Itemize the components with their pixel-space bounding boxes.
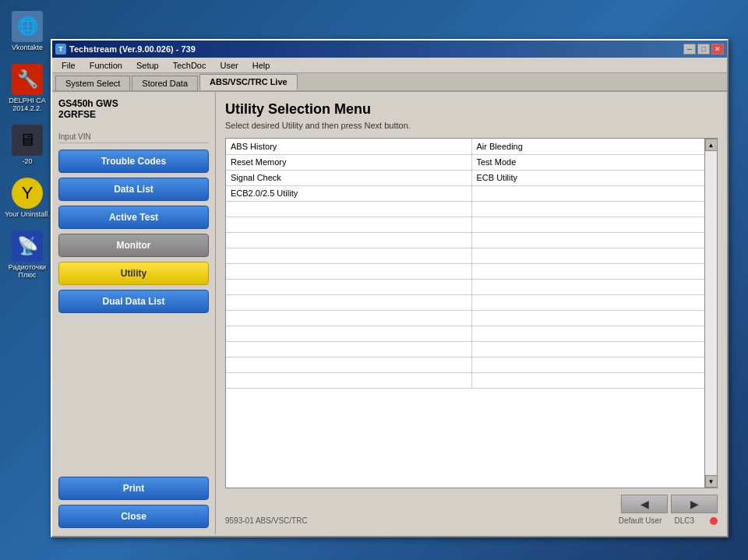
table-cell-col2 (471, 248, 717, 263)
table-cell-col2: Air Bleeding (471, 139, 717, 154)
tab-abs-vsc-trc-live[interactable]: ABS/VSC/TRC Live (199, 74, 298, 90)
table-cell-col2 (471, 357, 717, 372)
table-row[interactable] (226, 248, 717, 263)
nav-back-button[interactable]: ◀ (621, 495, 668, 513)
desktop: 🌐 Vkontakte 🔧 DELPHI CA 2014.2.2. 🖥 -20 … (0, 0, 748, 560)
desktop-icons: 🌐 Vkontakte 🔧 DELPHI CA 2014.2.2. 🖥 -20 … (0, 0, 55, 560)
table-cell-col1: ECB2.0/2.5 Utility (226, 185, 471, 201)
table-row[interactable] (226, 232, 717, 248)
table-row[interactable]: ECB2.0/2.5 Utility (226, 185, 717, 201)
menu-function[interactable]: Function (83, 59, 129, 72)
window-title: Techstream (Ver.9.00.026) - 739 (69, 44, 196, 54)
content-area: GS450h GWS 2GRFSE Input VIN Trouble Code… (52, 92, 727, 534)
scrollbar-up-button[interactable]: ▲ (705, 139, 718, 151)
vkontakte-icon[interactable]: 🌐 Vkontakte (9, 8, 46, 55)
title-bar-left: T Techstream (Ver.9.00.026) - 739 (55, 44, 196, 55)
table-cell-col2 (471, 201, 717, 217)
table-cell-col1 (226, 310, 471, 326)
data-list-button[interactable]: Data List (58, 178, 209, 201)
table-cell-col1 (226, 341, 471, 357)
status-right: DLC3 (674, 516, 694, 525)
table-cell-col2 (471, 310, 717, 326)
table-cell-col2 (471, 232, 717, 248)
nav-forward-button[interactable]: ▶ (671, 495, 718, 513)
title-bar-controls: ─ □ ✕ (683, 44, 724, 55)
app-window: T Techstream (Ver.9.00.026) - 739 ─ □ ✕ … (51, 39, 729, 537)
sidebar-close-button[interactable]: Close (58, 505, 209, 528)
utility-title: Utility Selection Menu (225, 101, 718, 118)
table-row[interactable] (226, 263, 717, 279)
table-cell-col2 (471, 326, 717, 341)
table-row[interactable] (226, 294, 717, 310)
table-cell-col1 (226, 217, 471, 232)
table-row[interactable] (226, 357, 717, 372)
table-row[interactable] (226, 279, 717, 294)
scrollbar-track[interactable] (705, 151, 717, 475)
table-row[interactable] (226, 326, 717, 341)
table-cell-col1 (226, 294, 471, 310)
table-cell-col1: ABS History (226, 139, 471, 154)
window-close-button[interactable]: ✕ (711, 44, 724, 55)
radio-icon[interactable]: 📡 Радиоточки Плюс (1, 227, 54, 282)
table-row[interactable]: ABS HistoryAir Bleeding (226, 139, 717, 154)
table-row[interactable]: Signal CheckECB Utility (226, 170, 717, 185)
table-scrollbar: ▲ ▼ (704, 139, 717, 488)
table-row[interactable] (226, 341, 717, 357)
utility-table: ABS HistoryAir BleedingReset MemoryTest … (226, 139, 717, 389)
menu-user[interactable]: User (213, 59, 244, 72)
menu-bar: File Function Setup TechDoc User Help (52, 58, 727, 73)
app-icon: T (55, 44, 66, 55)
monitor-label: -20 (22, 157, 32, 165)
sidebar-spacer (58, 318, 209, 472)
active-test-button[interactable]: Active Test (58, 206, 209, 229)
dual-data-list-button[interactable]: Dual Data List (58, 290, 209, 313)
yuninstall-label: Your Uninstall. (5, 210, 50, 218)
vkontakte-label: Vkontakte (12, 44, 43, 51)
minimize-button[interactable]: ─ (683, 44, 696, 55)
table-row[interactable] (226, 217, 717, 232)
utility-table-container: ABS HistoryAir BleedingReset MemoryTest … (225, 138, 718, 488)
trouble-codes-button[interactable]: Trouble Codes (58, 150, 209, 173)
main-content: Utility Selection Menu Select desired Ut… (216, 92, 727, 534)
table-row[interactable] (226, 310, 717, 326)
table-cell-col1 (226, 357, 471, 372)
radio-label: Радиоточки Плюс (4, 263, 51, 279)
tab-stored-data[interactable]: Stored Data (132, 76, 198, 90)
table-cell-col1 (226, 279, 471, 294)
maximize-button[interactable]: □ (697, 44, 710, 55)
car-model2: 2GRFSE (58, 109, 209, 120)
yuninstall-icon[interactable]: Y Your Uninstall. (2, 174, 53, 221)
menu-setup[interactable]: Setup (130, 59, 165, 72)
tab-system-select[interactable]: System Select (55, 76, 130, 90)
table-cell-col2 (471, 185, 717, 201)
menu-help[interactable]: Help (246, 59, 277, 72)
status-middle: Default User (619, 516, 662, 525)
table-cell-col2: Test Mode (471, 154, 717, 170)
table-cell-col2 (471, 294, 717, 310)
input-vin-label: Input VIN (58, 132, 209, 143)
status-left: 9593-01 ABS/VSC/TRC (225, 516, 308, 525)
table-cell-col1 (226, 248, 471, 263)
table-cell-col1: Signal Check (226, 170, 471, 185)
table-row[interactable]: Reset MemoryTest Mode (226, 154, 717, 170)
car-model: GS450h GWS (58, 98, 209, 109)
table-cell-col1 (226, 232, 471, 248)
table-cell-col2 (471, 217, 717, 232)
utility-button[interactable]: Utility (58, 262, 209, 285)
tab-bar: System Select Stored Data ABS/VSC/TRC Li… (52, 73, 727, 92)
scrollbar-down-button[interactable]: ▼ (705, 475, 718, 488)
table-row[interactable] (226, 372, 717, 388)
nav-arrows: ◀ ▶ (225, 495, 718, 513)
delphi-label: DELPHI CA 2014.2.2. (4, 97, 51, 112)
table-cell-col1 (226, 201, 471, 217)
delphi-icon[interactable]: 🔧 DELPHI CA 2014.2.2. (1, 61, 54, 115)
print-button[interactable]: Print (58, 477, 209, 500)
status-dot (710, 517, 718, 525)
menu-file[interactable]: File (55, 59, 82, 72)
menu-techdoc[interactable]: TechDoc (167, 59, 213, 72)
table-row[interactable] (226, 201, 717, 217)
status-info: 9593-01 ABS/VSC/TRC Default User DLC3 (225, 516, 718, 525)
monitor-button[interactable]: Monitor (58, 234, 209, 257)
monitor-desktop-icon[interactable]: 🖥 -20 (9, 122, 46, 168)
sidebar: GS450h GWS 2GRFSE Input VIN Trouble Code… (52, 92, 216, 534)
